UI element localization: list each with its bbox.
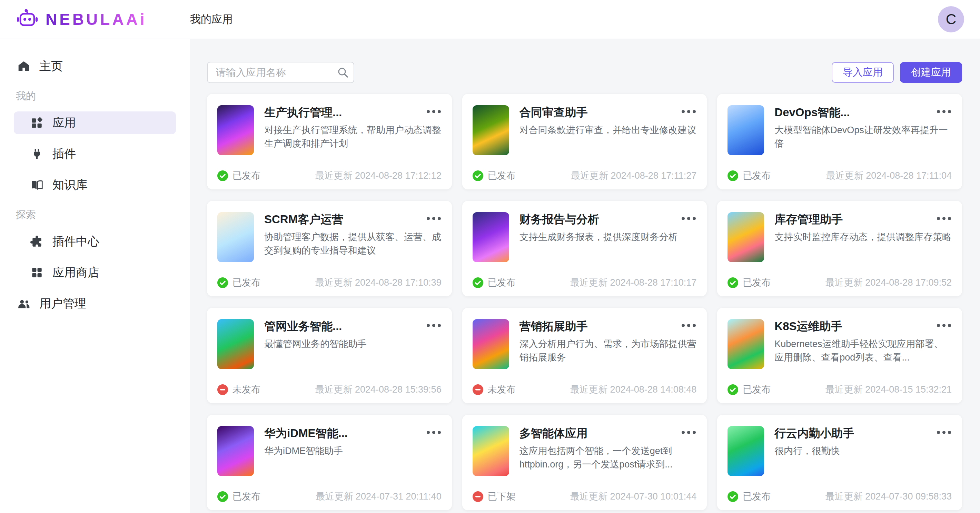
app-card-title: 多智能体应用 <box>520 426 677 440</box>
main-content: 导入应用 创建应用 生产执行管理... 对接生产执行管理系统，帮助用户动态调整生… <box>190 39 980 513</box>
status-label: 已发布 <box>743 490 771 503</box>
ellipsis-dot-icon <box>427 217 430 220</box>
sidebar-item-app-store[interactable]: 应用商店 <box>14 261 176 284</box>
sidebar-section-explore: 探索 <box>14 208 176 222</box>
app-card-description: 深入分析用户行为、需求，为市场部提供营销拓展服务 <box>520 338 697 364</box>
status-label: 已下架 <box>488 490 516 503</box>
status-badge: 已发布 <box>727 383 771 396</box>
status-label: 已发布 <box>488 276 516 289</box>
app-thumbnail <box>217 212 254 262</box>
last-updated-text: 最近更新 2024-08-28 14:08:48 <box>570 383 697 396</box>
app-card-title: 行云内勤小助手 <box>775 426 932 440</box>
more-menu-button[interactable] <box>422 105 442 115</box>
app-card-description: 华为iDME智能助手 <box>264 444 442 458</box>
card-body: 生产执行管理... 对接生产执行管理系统，帮助用户动态调整生产调度和排产计划 <box>264 105 442 155</box>
user-avatar[interactable]: C <box>938 6 964 32</box>
ellipsis-dot-icon <box>682 110 685 113</box>
card-body: 合同审查助手 对合同条款进行审查，并给出专业修改建议 <box>520 105 697 155</box>
last-updated-text: 最近更新 2024-07-30 09:58:33 <box>826 490 952 503</box>
more-menu-button[interactable] <box>677 212 697 222</box>
published-check-icon <box>473 170 483 181</box>
sidebar-item-plugin-center[interactable]: 插件中心 <box>14 230 176 253</box>
more-menu-button[interactable] <box>932 319 952 329</box>
published-check-icon <box>217 277 228 288</box>
search-box <box>207 62 354 83</box>
last-updated-text: 最近更新 2024-07-30 10:01:44 <box>570 490 697 503</box>
last-updated-text: 最近更新 2024-08-28 17:12:12 <box>315 169 441 182</box>
ellipsis-dot-icon <box>438 217 441 220</box>
app-card[interactable]: 合同审查助手 对合同条款进行审查，并给出专业修改建议 已发布 <box>462 94 707 190</box>
status-badge: 已发布 <box>727 490 771 503</box>
ellipsis-dot-icon <box>693 324 696 327</box>
card-footer: 已发布 最近更新 2024-07-30 09:58:33 <box>727 490 952 503</box>
app-card[interactable]: 管网业务智能... 最懂管网业务的智能助手 未发布 最近 <box>207 308 452 403</box>
logo[interactable]: NEBULAAi <box>16 9 190 30</box>
app-card-title: 营销拓展助手 <box>520 319 677 333</box>
sidebar-item-user-management[interactable]: 用户管理 <box>14 292 176 315</box>
more-menu-button[interactable] <box>932 426 952 436</box>
app-card[interactable]: 库存管理助手 支持实时监控库存动态，提供调整库存策略 已发布 <box>717 201 962 296</box>
ellipsis-dot-icon <box>693 110 696 113</box>
more-menu-button[interactable] <box>422 426 442 436</box>
search-icon[interactable] <box>337 67 349 78</box>
toolbar: 导入应用 创建应用 <box>207 62 962 83</box>
more-menu-button[interactable] <box>422 319 442 329</box>
app-card-title: 管网业务智能... <box>264 319 422 333</box>
app-thumbnail <box>217 105 254 155</box>
app-card[interactable]: 华为iDME智能... 华为iDME智能助手 已发布 最 <box>207 415 452 510</box>
app-card[interactable]: 生产执行管理... 对接生产执行管理系统，帮助用户动态调整生产调度和排产计划 已… <box>207 94 452 190</box>
app-card-description: 大模型智能体DevOps让研发效率再提升一倍 <box>775 124 952 150</box>
last-updated-text: 最近更新 2024-08-28 15:39:56 <box>315 383 441 396</box>
sidebar-item-plugins[interactable]: 插件 <box>14 142 176 165</box>
last-updated-text: 最近更新 2024-08-28 17:11:04 <box>826 169 952 182</box>
search-input[interactable] <box>207 62 354 83</box>
sidebar-item-knowledge[interactable]: 知识库 <box>14 174 176 196</box>
app-card-title: 库存管理助手 <box>775 212 932 226</box>
more-menu-button[interactable] <box>677 105 697 115</box>
status-badge: 已发布 <box>217 490 261 503</box>
published-check-icon <box>217 491 228 502</box>
more-menu-button[interactable] <box>677 319 697 329</box>
app-card[interactable]: K8S运维助手 Kubernetes运维助手轻松实现应用部署、应用删除、查看po… <box>717 308 962 403</box>
import-app-button[interactable]: 导入应用 <box>832 62 894 83</box>
logo-wordmark: NEBULAAi <box>46 10 147 29</box>
more-menu-button[interactable] <box>422 212 442 222</box>
users-icon <box>17 297 30 310</box>
ellipsis-dot-icon <box>948 110 951 113</box>
app-card[interactable]: 行云内勤小助手 很内行，很勤快 已发布 最近更新 202 <box>717 415 962 510</box>
app-card[interactable]: 营销拓展助手 深入分析用户行为、需求，为市场部提供营销拓展服务 未发布 <box>462 308 707 403</box>
app-thumbnail <box>727 212 764 262</box>
more-menu-button[interactable] <box>932 212 952 222</box>
card-body: 库存管理助手 支持实时监控库存动态，提供调整库存策略 <box>775 212 952 262</box>
app-card-title: K8S运维助手 <box>775 319 932 333</box>
ellipsis-dot-icon <box>438 324 441 327</box>
app-card[interactable]: SCRM客户运营 协助管理客户数据，提供从获客、运营、成交到复购的专业指导和建议 <box>207 201 452 296</box>
ellipsis-dot-icon <box>682 217 685 220</box>
status-label: 未发布 <box>488 383 516 396</box>
ellipsis-dot-icon <box>432 324 435 327</box>
app-card[interactable]: DevOps智能... 大模型智能体DevOps让研发效率再提升一倍 已发布 <box>717 94 962 190</box>
app-card-title: 生产执行管理... <box>264 105 422 119</box>
card-footer: 未发布 最近更新 2024-08-28 14:08:48 <box>473 383 697 396</box>
sidebar-item-home[interactable]: 主页 <box>14 55 176 78</box>
card-body: SCRM客户运营 协助管理客户数据，提供从获客、运营、成交到复购的专业指导和建议 <box>264 212 442 262</box>
published-check-icon <box>727 277 738 288</box>
more-menu-button[interactable] <box>932 105 952 115</box>
card-top: 管网业务智能... 最懂管网业务的智能助手 <box>217 319 442 369</box>
ellipsis-dot-icon <box>427 324 430 327</box>
app-card-title: SCRM客户运营 <box>264 212 422 226</box>
status-label: 已发布 <box>232 490 261 503</box>
card-footer: 已发布 最近更新 2024-08-28 17:11:04 <box>727 169 952 182</box>
app-thumbnail <box>473 319 509 369</box>
sidebar-section-mine: 我的 <box>14 89 176 103</box>
app-card[interactable]: 多智能体应用 这应用包括两个智能，一个发送get到httpbin.org，另一个… <box>462 415 707 510</box>
apps-icon <box>30 116 43 129</box>
status-badge: 已发布 <box>473 169 516 182</box>
sidebar-item-apps[interactable]: 应用 <box>14 112 176 134</box>
app-thumbnail <box>217 319 254 369</box>
nav-my-apps[interactable]: 我的应用 <box>190 12 233 27</box>
more-menu-button[interactable] <box>677 426 697 436</box>
card-footer: 已发布 最近更新 2024-08-28 17:10:17 <box>473 276 697 289</box>
create-app-button[interactable]: 创建应用 <box>900 62 962 83</box>
app-card[interactable]: 财务报告与分析 支持生成财务报表，提供深度财务分析 已发布 <box>462 201 707 296</box>
